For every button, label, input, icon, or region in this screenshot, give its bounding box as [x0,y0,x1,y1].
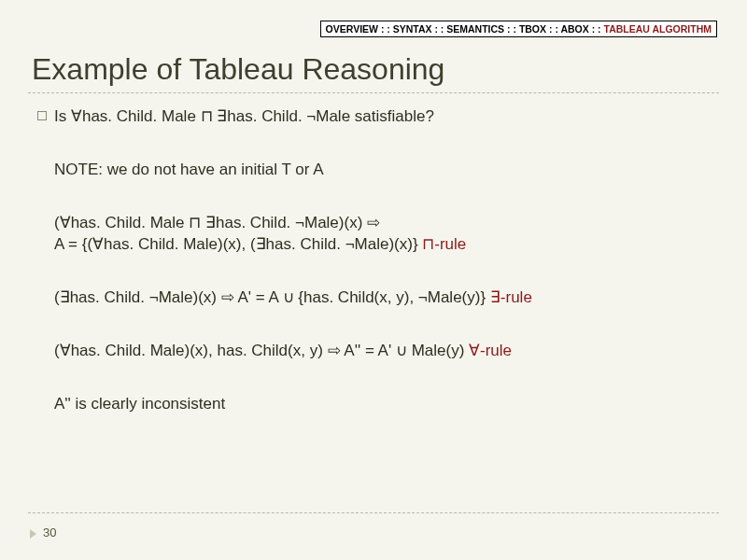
nav-tableau-active: TABLEAU ALGORITHM [604,23,712,35]
conclusion-line: A'' is clearly inconsistent [54,394,710,415]
step-1: (∀has. Child. Male ⊓ ∃has. Child. ¬Male)… [54,213,710,256]
bullet-question: Is ∀has. Child. Male ⊓ ∃has. Child. ¬Mal… [54,106,710,128]
exists-rule-label: ∃-rule [490,288,532,306]
and-rule-label: ⊓-rule [422,235,466,253]
step-2: (∃has. Child. ¬Male)(x) ⇨ A' = A ∪ {has.… [54,287,710,309]
step-1-line-b: A = {(∀has. Child. Male)(x), (∃has. Chil… [54,234,710,256]
square-bullet-icon [37,111,47,120]
slide-title: Example of Tableau Reasoning [32,52,444,87]
nav-abox: ABOX [560,23,588,35]
nav-overview: OVERVIEW [326,23,378,35]
page-indicator-icon [30,529,36,539]
nav-semantics: SEMANTICS [446,23,504,35]
divider-top [28,92,719,93]
forall-rule-label: ∀-rule [469,342,512,359]
note-line: NOTE: we do not have an initial T or A [54,160,710,181]
question-text: Is ∀has. Child. Male ⊓ ∃has. Child. ¬Mal… [54,107,434,125]
nav-syntax: SYNTAX [393,23,432,35]
step-1-line-a: (∀has. Child. Male ⊓ ∃has. Child. ¬Male)… [54,213,710,234]
step-3: (∀has. Child. Male)(x), has. Child(x, y)… [54,341,710,362]
nav-tbox: TBOX [519,23,546,35]
divider-bottom [28,512,719,513]
page-number: 30 [43,525,56,539]
slide-body: Is ∀has. Child. Male ⊓ ∃has. Child. ¬Mal… [54,106,710,447]
breadcrumb-nav: OVERVIEW : : SYNTAX : : SEMANTICS : : TB… [320,21,717,37]
